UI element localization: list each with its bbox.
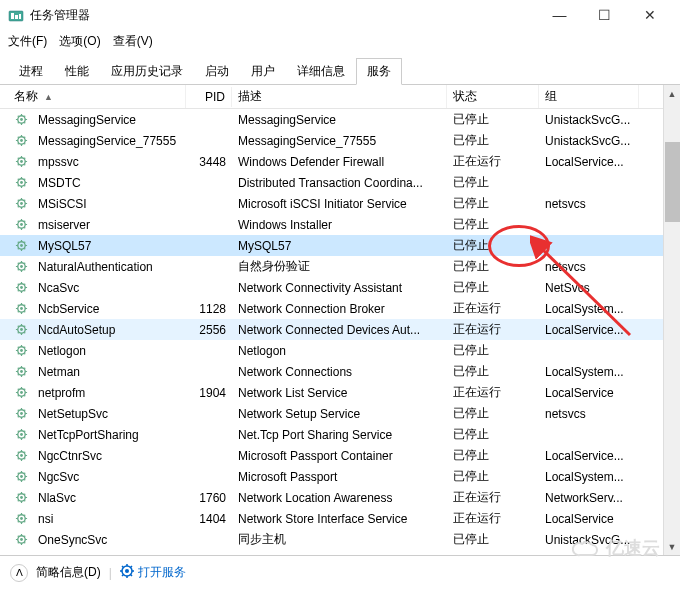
service-name: NaturalAuthentication xyxy=(38,260,153,274)
service-pid xyxy=(186,349,232,353)
maximize-button[interactable]: ☐ xyxy=(582,0,627,30)
tab-服务[interactable]: 服务 xyxy=(356,58,402,85)
svg-point-31 xyxy=(20,391,23,394)
tab-性能[interactable]: 性能 xyxy=(54,58,100,84)
table-row[interactable]: NgcCtnrSvcMicrosoft Passport Container已停… xyxy=(0,445,680,466)
service-state: 已停止 xyxy=(447,235,539,256)
table-row[interactable]: mpssvc3448Windows Defender Firewall正在运行L… xyxy=(0,151,680,172)
table-row[interactable]: NlaSvc1760Network Location Awareness正在运行… xyxy=(0,487,680,508)
tab-用户[interactable]: 用户 xyxy=(240,58,286,84)
tab-进程[interactable]: 进程 xyxy=(8,58,54,84)
service-group: LocalSystem... xyxy=(539,468,639,486)
scroll-up-icon[interactable]: ▲ xyxy=(664,85,680,102)
column-desc[interactable]: 描述 xyxy=(232,85,447,108)
svg-point-25 xyxy=(20,328,23,331)
table-row[interactable]: NetmanNetwork Connections已停止LocalSystem.… xyxy=(0,361,680,382)
svg-rect-1 xyxy=(11,13,14,19)
service-group xyxy=(539,223,639,227)
table-row[interactable]: MessagingService_77555MessagingService_7… xyxy=(0,130,680,151)
service-state: 已停止 xyxy=(447,130,539,151)
open-services-link[interactable]: 打开服务 xyxy=(120,564,186,581)
less-details-label[interactable]: 简略信息(D) xyxy=(36,564,101,581)
service-pid xyxy=(186,433,232,437)
service-desc: Network Connection Broker xyxy=(232,300,447,318)
column-pid[interactable]: PID xyxy=(186,87,232,107)
table-row[interactable]: nsi1404Network Store Interface Service正在… xyxy=(0,508,680,529)
service-state: 已停止 xyxy=(447,277,539,298)
service-group: LocalService... xyxy=(539,321,639,339)
service-group: LocalService... xyxy=(539,447,639,465)
vertical-scrollbar[interactable]: ▲ ▼ xyxy=(663,85,680,555)
service-name: mpssvc xyxy=(38,155,79,169)
menu-view[interactable]: 查看(V) xyxy=(113,33,153,50)
table-row[interactable]: NaturalAuthentication自然身份验证已停止netsvcs xyxy=(0,256,680,277)
tab-详细信息[interactable]: 详细信息 xyxy=(286,58,356,84)
svg-rect-3 xyxy=(19,14,21,19)
table-row[interactable]: NgcSvcMicrosoft Passport已停止LocalSystem..… xyxy=(0,466,680,487)
service-icon xyxy=(14,386,28,400)
column-state[interactable]: 状态 xyxy=(447,85,539,108)
svg-point-41 xyxy=(20,496,23,499)
window-controls: — ☐ ✕ xyxy=(537,0,672,30)
menu-file[interactable]: 文件(F) xyxy=(8,33,47,50)
table-row[interactable]: NcaSvcNetwork Connectivity Assistant已停止N… xyxy=(0,277,680,298)
tab-应用历史记录[interactable]: 应用历史记录 xyxy=(100,58,194,84)
close-button[interactable]: ✕ xyxy=(627,0,672,30)
svg-point-47 xyxy=(125,569,129,573)
service-name: MSDTC xyxy=(38,176,81,190)
service-name: msiserver xyxy=(38,218,90,232)
menubar: 文件(F) 选项(O) 查看(V) xyxy=(0,30,680,52)
service-pid xyxy=(186,412,232,416)
table-row[interactable]: NcdAutoSetup2556Network Connected Device… xyxy=(0,319,680,340)
table-row[interactable]: NcbService1128Network Connection Broker正… xyxy=(0,298,680,319)
service-pid: 1128 xyxy=(186,300,232,318)
service-desc: MySQL57 xyxy=(232,237,447,255)
service-icon xyxy=(14,134,28,148)
service-name: MySQL57 xyxy=(38,239,91,253)
service-desc: 同步主机 xyxy=(232,529,447,550)
service-name: Netlogon xyxy=(38,344,86,358)
service-icon xyxy=(14,449,28,463)
svg-point-33 xyxy=(20,412,23,415)
scroll-thumb[interactable] xyxy=(665,142,680,222)
svg-rect-2 xyxy=(15,15,18,19)
service-pid xyxy=(186,538,232,542)
service-desc: Distributed Transaction Coordina... xyxy=(232,174,447,192)
table-row[interactable]: NetlogonNetlogon已停止 xyxy=(0,340,680,361)
service-icon xyxy=(14,428,28,442)
service-desc: Windows Installer xyxy=(232,216,447,234)
table-row[interactable]: MySQL57MySQL57已停止 xyxy=(0,235,680,256)
service-group: UnistackSvcG... xyxy=(539,111,639,129)
scroll-down-icon[interactable]: ▼ xyxy=(664,538,680,555)
service-name: NcaSvc xyxy=(38,281,79,295)
column-name[interactable]: 名称 ▲ xyxy=(8,85,186,108)
table-row[interactable]: MessagingServiceMessagingService已停止Unist… xyxy=(0,109,680,130)
service-icon xyxy=(14,260,28,274)
table-row[interactable]: MSiSCSIMicrosoft iSCSI Initiator Service… xyxy=(0,193,680,214)
menu-options[interactable]: 选项(O) xyxy=(59,33,100,50)
table-body[interactable]: MessagingServiceMessagingService已停止Unist… xyxy=(0,109,680,555)
service-group: LocalSystem... xyxy=(539,300,639,318)
svg-point-11 xyxy=(20,181,23,184)
column-group[interactable]: 组 xyxy=(539,85,639,108)
service-desc: 自然身份验证 xyxy=(232,256,447,277)
table-row[interactable]: MSDTCDistributed Transaction Coordina...… xyxy=(0,172,680,193)
table-row[interactable]: msiserverWindows Installer已停止 xyxy=(0,214,680,235)
service-desc: Netlogon xyxy=(232,342,447,360)
minimize-button[interactable]: — xyxy=(537,0,582,30)
service-icon xyxy=(14,470,28,484)
service-group: LocalSystem... xyxy=(539,363,639,381)
service-name: MessagingService_77555 xyxy=(38,134,176,148)
service-desc: Network Connections xyxy=(232,363,447,381)
service-state: 已停止 xyxy=(447,529,539,550)
table-row[interactable]: NetTcpPortSharingNet.Tcp Port Sharing Se… xyxy=(0,424,680,445)
svg-point-37 xyxy=(20,454,23,457)
table-row[interactable]: NetSetupSvcNetwork Setup Service已停止netsv… xyxy=(0,403,680,424)
table-row[interactable]: netprofm1904Network List Service正在运行Loca… xyxy=(0,382,680,403)
service-name: NgcCtnrSvc xyxy=(38,449,102,463)
less-details-button[interactable]: ᐱ xyxy=(10,564,28,582)
service-desc: MessagingService xyxy=(232,111,447,129)
svg-point-43 xyxy=(20,517,23,520)
svg-point-17 xyxy=(20,244,23,247)
tab-启动[interactable]: 启动 xyxy=(194,58,240,84)
